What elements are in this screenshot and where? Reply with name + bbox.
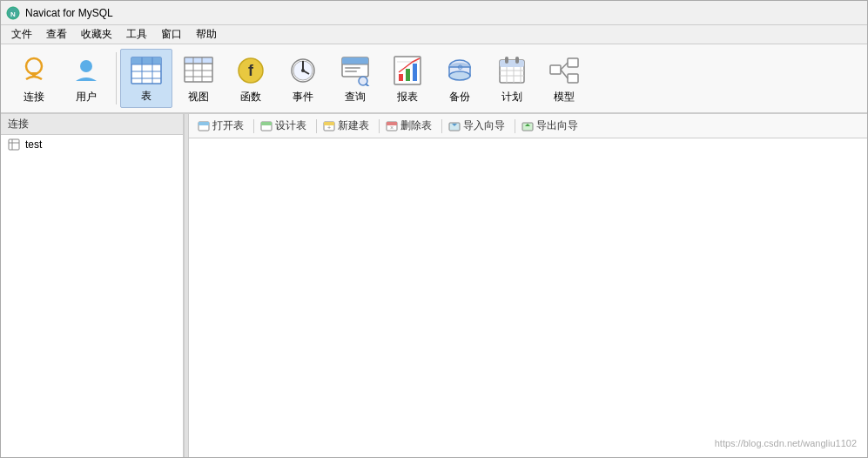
action-new-table[interactable]: + 新建表: [320, 117, 373, 135]
query-icon: [338, 53, 373, 88]
toolbar-group-connection: 连接 用户: [8, 48, 112, 109]
toolbar-btn-connect[interactable]: 连接: [8, 49, 60, 108]
action-delete-table[interactable]: × 删除表: [382, 117, 435, 135]
menu-tools[interactable]: 工具: [119, 25, 154, 44]
svg-rect-53: [568, 74, 578, 83]
sep5: [515, 119, 515, 133]
import-wizard-label: 导入向导: [463, 118, 505, 133]
function-icon: f: [233, 53, 268, 88]
content-area: https://blog.csdn.net/wangliu1102: [189, 138, 867, 458]
new-table-label: 新建表: [338, 118, 369, 133]
menu-help[interactable]: 帮助: [189, 25, 224, 44]
sep3: [379, 119, 380, 133]
svg-rect-62: [261, 122, 272, 125]
svg-point-3: [80, 60, 92, 72]
menu-view[interactable]: 查看: [39, 25, 74, 44]
backup-icon: ⚙: [442, 53, 477, 88]
svg-line-54: [561, 63, 568, 70]
event-label: 事件: [293, 90, 313, 104]
title-bar: N Navicat for MySQL: [1, 1, 867, 25]
toolbar-btn-table[interactable]: 表: [120, 49, 172, 108]
schedule-icon: [495, 53, 529, 88]
svg-rect-12: [185, 57, 212, 64]
watermark: https://blog.csdn.net/wangliu1102: [715, 438, 857, 448]
view-icon: [181, 53, 216, 88]
schedule-label: 计划: [501, 90, 522, 104]
sidebar-item-test[interactable]: test: [1, 135, 183, 154]
svg-rect-34: [406, 69, 410, 81]
svg-rect-28: [345, 67, 360, 69]
query-label: 查询: [345, 90, 366, 104]
action-import-wizard[interactable]: 导入向导: [445, 117, 508, 135]
action-design-table[interactable]: 设计表: [257, 117, 310, 135]
report-label: 报表: [397, 90, 418, 104]
toolbar-btn-report[interactable]: 报表: [381, 49, 434, 108]
toolbar-btn-backup[interactable]: ⚙ 备份: [434, 49, 486, 108]
import-wizard-icon: [448, 120, 461, 132]
table-label: 表: [141, 89, 151, 104]
menu-window[interactable]: 窗口: [154, 25, 189, 44]
model-label: 模型: [554, 90, 575, 104]
sidebar-item-label: test: [25, 138, 42, 151]
connect-icon: [17, 53, 51, 88]
toolbar-btn-event[interactable]: 事件: [277, 49, 329, 108]
svg-text:×: ×: [390, 125, 394, 131]
action-open-table[interactable]: 打开表: [194, 117, 247, 135]
model-icon: [547, 53, 582, 88]
export-wizard-label: 导出向导: [536, 118, 578, 133]
event-icon: [286, 53, 320, 88]
toolbar: 连接 用户: [1, 44, 867, 114]
svg-rect-33: [399, 74, 403, 81]
open-table-label: 打开表: [212, 118, 244, 133]
app-icon: N: [6, 6, 20, 20]
user-label: 用户: [76, 90, 97, 104]
delete-table-icon: ×: [386, 120, 398, 132]
svg-text:f: f: [248, 62, 254, 79]
toolbar-divider-1: [116, 52, 117, 104]
sidebar-header: 连接: [1, 114, 183, 135]
svg-rect-43: [500, 60, 524, 67]
svg-rect-29: [345, 71, 357, 72]
main-area: 连接 test: [1, 114, 867, 458]
toolbar-btn-model[interactable]: 模型: [538, 49, 590, 108]
menu-bar: 文件 查看 收藏夹 工具 窗口 帮助: [1, 25, 867, 44]
app-title: Navicat for MySQL: [25, 7, 113, 19]
sidebar: 连接 test: [1, 114, 184, 458]
menu-file[interactable]: 文件: [4, 25, 39, 44]
svg-rect-45: [515, 57, 519, 64]
svg-text:⚙: ⚙: [457, 64, 463, 71]
report-icon: [390, 53, 425, 88]
sep4: [441, 119, 442, 133]
toolbar-btn-function[interactable]: f 函数: [225, 49, 277, 108]
table-icon: [129, 53, 164, 87]
user-icon: [69, 53, 104, 88]
open-table-icon: [198, 120, 210, 132]
svg-point-24: [301, 69, 305, 72]
delete-table-label: 删除表: [400, 118, 432, 133]
export-wizard-icon: [521, 120, 534, 132]
connect-label: 连接: [24, 90, 44, 104]
toolbar-btn-user[interactable]: 用户: [60, 49, 112, 108]
svg-rect-56: [9, 139, 19, 150]
toolbar-group-objects: 表 视图 f: [120, 48, 590, 109]
svg-rect-44: [505, 57, 508, 64]
toolbar-btn-query[interactable]: 查询: [329, 49, 381, 108]
svg-rect-26: [342, 57, 368, 64]
svg-text:N: N: [10, 10, 16, 18]
toolbar-btn-schedule[interactable]: 计划: [486, 49, 538, 108]
svg-text:+: +: [327, 125, 331, 131]
menu-favorites[interactable]: 收藏夹: [74, 25, 119, 44]
function-label: 函数: [240, 90, 261, 104]
sep2: [316, 119, 317, 133]
content-toolbar: 打开表 设计表 +: [189, 114, 867, 138]
svg-rect-5: [131, 57, 161, 64]
sep1: [253, 119, 254, 133]
action-export-wizard[interactable]: 导出向导: [518, 117, 582, 135]
backup-label: 备份: [449, 90, 470, 104]
svg-rect-52: [568, 58, 578, 67]
design-table-label: 设计表: [275, 118, 306, 133]
view-label: 视图: [188, 90, 209, 104]
toolbar-btn-view[interactable]: 视图: [172, 49, 225, 108]
svg-rect-51: [550, 65, 561, 74]
svg-point-2: [26, 58, 42, 74]
